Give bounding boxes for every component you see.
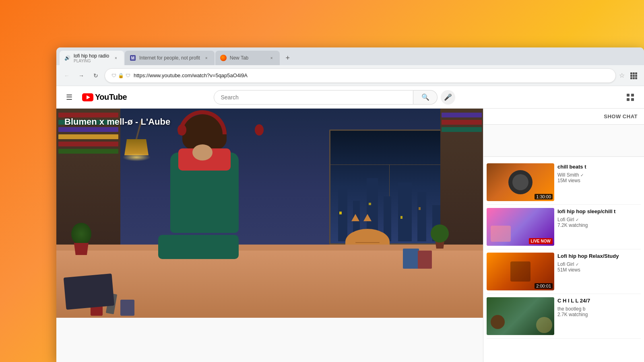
- tab-bar: 🔊 lofi hip hop radio PLAYING × M Interne…: [56, 47, 644, 65]
- related-channel-4: the bootleg b: [557, 306, 641, 312]
- related-title-1: chill beats t: [557, 163, 641, 171]
- svg-rect-4: [635, 72, 637, 74]
- video-player[interactable]: Blumen x mell-ø - L'Aube: [56, 109, 483, 318]
- address-bar-row: ← → ↻ 🛡 🔒 🛡 https://www.youtube.com/watc…: [56, 65, 644, 86]
- search-button[interactable]: 🔍: [413, 90, 438, 105]
- related-videos: 1:30:00 chill beats t Will Smith ✓ 15M v…: [483, 157, 644, 362]
- address-security-icons: 🛡 🔒 🛡: [111, 73, 130, 78]
- new-tab-button[interactable]: +: [282, 52, 293, 64]
- related-info-3: Lofi hip hop Relax/Study Lofi Girl ✓ 51M…: [557, 253, 641, 290]
- related-thumb-3: 2:00:01: [487, 253, 554, 290]
- sound-icon: 🔊: [64, 55, 70, 61]
- main-content: Blumen x mell-ø - L'Aube SHOW CHAT: [56, 109, 644, 362]
- related-channel-2: Lofi Girl ✓: [557, 217, 641, 222]
- related-video-item-2[interactable]: LIVE NOW lofi hip hop sleep/chill t Lofi…: [487, 205, 641, 249]
- tab-mozilla[interactable]: M Internet for people, not profit ×: [125, 51, 215, 65]
- related-channel-3: Lofi Girl ✓: [557, 261, 641, 267]
- show-chat-button[interactable]: SHOW CHAT: [483, 109, 644, 125]
- svg-rect-12: [631, 94, 634, 97]
- shield-icon: 🛡: [111, 73, 116, 78]
- apps-button[interactable]: [628, 70, 639, 81]
- svg-rect-6: [633, 75, 635, 77]
- related-meta-2: 7.2K watching: [557, 222, 641, 228]
- tab-label-mozilla: Internet for people, not profit: [139, 55, 200, 61]
- tab-close-btn[interactable]: ×: [113, 55, 119, 61]
- related-thumb-4: [487, 297, 554, 335]
- svg-rect-14: [631, 98, 634, 101]
- browser-window: 🔊 lofi hip hop radio PLAYING × M Interne…: [56, 47, 644, 362]
- tab-new[interactable]: New Tab ×: [215, 51, 280, 65]
- search-bar[interactable]: [214, 90, 413, 105]
- plant: [69, 223, 93, 255]
- small-plant: [431, 224, 449, 249]
- verified-icon-1: ✓: [580, 173, 584, 177]
- back-button[interactable]: ←: [61, 70, 72, 81]
- youtube-logo-icon: [82, 93, 93, 101]
- character: [150, 109, 291, 259]
- tracking-icon: 🛡: [126, 73, 130, 78]
- refresh-button[interactable]: ↻: [90, 70, 101, 81]
- video-title-overlay: Blumen x mell-ø - L'Aube: [64, 117, 170, 127]
- menu-icon[interactable]: ☰: [63, 90, 76, 105]
- related-info-2: lofi hip hop sleep/chill t Lofi Girl ✓ 7…: [557, 208, 641, 246]
- related-title-3: Lofi hip hop Relax/Study: [557, 253, 641, 260]
- lock-icon: 🔒: [118, 73, 124, 78]
- youtube-logo[interactable]: YouTube: [82, 93, 127, 102]
- firefox-icon: [220, 55, 227, 61]
- address-bar[interactable]: 🛡 🔒 🛡 https://www.youtube.com/watch?v=5q…: [105, 68, 616, 83]
- related-thumb-2: LIVE NOW: [487, 208, 554, 246]
- forward-button[interactable]: →: [76, 70, 87, 81]
- tab-label: lofi hip hop radio: [74, 53, 109, 59]
- tab-close-mozilla[interactable]: ×: [203, 55, 210, 61]
- related-thumb-1: 1:30:00: [487, 163, 554, 201]
- address-text: https://www.youtube.com/watch?v=5qap5aO4…: [134, 72, 609, 78]
- svg-rect-9: [633, 77, 635, 79]
- related-info-1: chill beats t Will Smith ✓ 15M views: [557, 163, 641, 201]
- youtube-header: ☰ YouTube 🔍 🎤: [56, 86, 644, 109]
- youtube-logo-text: YouTube: [95, 93, 127, 102]
- chat-placeholder: [483, 125, 644, 157]
- related-title-4: C H I L L 24/7: [557, 297, 641, 304]
- related-meta-4: 2.7K watching: [557, 312, 641, 317]
- tab-label-new: New Tab: [230, 55, 265, 61]
- verified-icon-3: ✓: [576, 262, 579, 267]
- svg-rect-10: [635, 77, 637, 79]
- mic-button[interactable]: 🎤: [441, 90, 455, 105]
- svg-rect-2: [630, 72, 632, 74]
- svg-text:M: M: [131, 56, 134, 60]
- sidebar: SHOW CHAT 1:30:00 chill beats t: [483, 109, 644, 362]
- bookmark-button[interactable]: ☆: [619, 72, 625, 79]
- search-input[interactable]: [221, 94, 407, 101]
- thumb-duration-1: 1:30:00: [535, 194, 553, 200]
- related-video-item[interactable]: 1:30:00 chill beats t Will Smith ✓ 15M v…: [487, 160, 641, 205]
- desk-surface: [56, 245, 483, 318]
- svg-rect-8: [630, 77, 632, 79]
- svg-rect-11: [627, 94, 630, 97]
- apps-grid-button[interactable]: [623, 90, 638, 105]
- desk-lamp: [120, 119, 153, 183]
- tab-sublabel: PLAYING: [74, 59, 109, 63]
- search-container: 🔍 🎤: [214, 90, 455, 105]
- tab-lofi[interactable]: 🔊 lofi hip hop radio PLAYING ×: [60, 51, 124, 65]
- thumb-duration-3: 2:00:01: [535, 283, 553, 289]
- related-info-4: C H I L L 24/7 the bootleg b 2.7K watchi…: [557, 297, 641, 335]
- related-meta-3: 51M views: [557, 267, 641, 273]
- related-title-2: lofi hip hop sleep/chill t: [557, 208, 641, 215]
- header-right: [623, 90, 638, 105]
- svg-rect-7: [635, 75, 637, 77]
- tab-close-new[interactable]: ×: [268, 55, 275, 61]
- video-section: Blumen x mell-ø - L'Aube: [56, 109, 483, 362]
- related-channel-1: Will Smith ✓: [557, 172, 641, 178]
- video-frame: Blumen x mell-ø - L'Aube: [56, 109, 483, 318]
- related-video-item-3[interactable]: 2:00:01 Lofi hip hop Relax/Study Lofi Gi…: [487, 249, 641, 294]
- svg-rect-13: [627, 98, 630, 101]
- related-meta-1: 15M views: [557, 178, 641, 183]
- svg-rect-5: [630, 75, 632, 77]
- live-badge-2: LIVE NOW: [529, 238, 553, 244]
- related-video-item-4[interactable]: C H I L L 24/7 the bootleg b 2.7K watchi…: [487, 294, 641, 339]
- verified-icon-2: ✓: [576, 218, 579, 222]
- mozilla-icon: M: [130, 55, 136, 61]
- svg-rect-3: [633, 72, 635, 74]
